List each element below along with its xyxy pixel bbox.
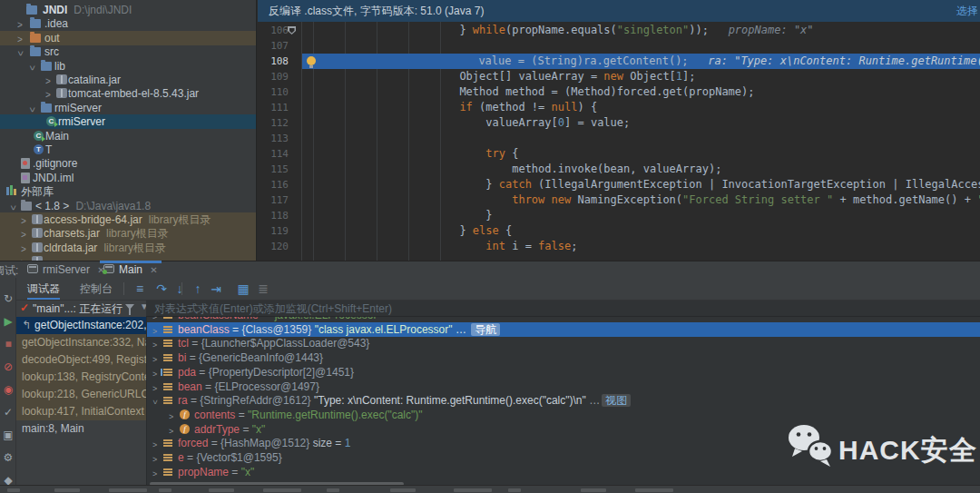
code-line[interactable]: 117 throw new NamingException("Forced St… [258,192,980,208]
settings-check-icon[interactable]: ✓ [0,404,16,420]
chevron-right-icon[interactable]: > [19,228,28,241]
tree-item[interactable]: JNDI.iml [0,171,257,185]
variable-row[interactable]: >bean = {ELProcessor@1497} [147,380,980,394]
tree-item[interactable]: >catalina.jar [0,73,257,87]
code-line[interactable]: 110 Method method = (Method)forced.get(p… [258,84,980,100]
chevron-right-icon[interactable]: > [19,214,28,227]
filter-funnel-icon[interactable] [125,304,134,310]
line-number[interactable]: 115 [258,162,289,177]
variable-row[interactable]: >bi = {GenericBeanInfo@1443} [147,350,980,365]
code-line[interactable]: 111 if (method != null) { [258,100,980,115]
evaluate-expression-input[interactable]: 对表达式求值(Enter)或添加监视(Ctrl+Shift+Enter) [146,301,980,317]
line-number[interactable]: 112 [258,115,289,131]
step-out-icon[interactable]: ↑ [189,280,207,298]
line-number[interactable]: 110 [258,84,289,100]
chevron-right-icon[interactable]: > [152,324,157,337]
chevron-down-icon[interactable]: > [24,64,39,73]
tree-item[interactable]: JNDID:\jndi\JNDI [0,3,257,17]
chevron-right-icon[interactable]: > [152,338,157,350]
chevron-down-icon[interactable]: > [13,49,27,58]
code-line[interactable]: 120 int i = false; [258,239,980,254]
variable-action-link[interactable]: 导航 [471,323,500,336]
chevron-down-icon[interactable]: > [148,400,162,405]
variable-row[interactable]: >ra = {StringRefAddr@1612} "Type: x\nCon… [147,393,980,408]
line-number[interactable]: 116 [258,177,289,192]
rerun-icon[interactable]: ↻ [0,291,16,307]
variable-row[interactable]: >beanClass = {Class@1359} "class javax.e… [147,322,980,337]
stack-frame-row[interactable]: lookup:138, RegistryContex [16,369,146,386]
tree-item[interactable]: CrmiServer [0,114,257,129]
chevron-down-icon[interactable]: > [24,105,39,114]
step-into-icon[interactable]: ↓ [171,280,189,298]
chevron-right-icon[interactable]: > [152,467,157,479]
chevron-right-icon[interactable]: > [169,424,173,437]
variable-action-link[interactable]: 视图 [602,394,631,407]
intention-bulb-icon[interactable] [307,56,316,65]
code-line[interactable]: 114 try { [258,146,980,162]
restore-layout-icon[interactable]: ≣ [254,280,272,298]
stop-icon[interactable]: ■ [0,336,16,352]
tree-item[interactable]: >lib [0,59,257,74]
layout-icon[interactable]: ≡ [131,280,149,298]
tree-item[interactable]: .gitignore [0,156,257,171]
tree-item[interactable]: >rmiServer [0,101,257,115]
line-number[interactable]: 119 [258,223,289,239]
mute-breakpoints-icon[interactable]: ⊘ [0,359,16,375]
chevron-right-icon[interactable]: > [19,242,28,255]
session-tab-main[interactable]: Main ✕ [103,261,158,278]
session-tab-rmiserver[interactable]: rmiServer ✕ [27,261,105,278]
variable-row[interactable]: >fcontents = "Runtime.getRuntime().exec(… [147,408,980,422]
chevron-right-icon[interactable]: > [152,367,157,380]
threads-dropdown[interactable]: ✓ "main"...: 正在运行 ▼ [16,301,146,317]
tab-console[interactable]: 控制台 [80,278,113,300]
code-line[interactable]: 109 Object[] valueArray = new Object[1]; [258,69,980,84]
tree-item[interactable]: >access-bridge-64.jarlibrary根目录 [0,212,257,227]
code-line[interactable]: 113 [258,131,980,146]
line-number[interactable]: 107 [258,38,289,54]
step-over-icon[interactable]: ↷ [152,280,171,298]
chevron-right-icon[interactable]: > [15,18,24,31]
tree-item[interactable]: > [0,254,257,261]
code-line[interactable]: 116 } catch (IllegalArgumentException | … [258,177,980,192]
code-line[interactable]: 119 } else { [258,223,980,239]
variable-row[interactable]: >tcl = {Launcher$AppClassLoader@543} [147,336,980,350]
tree-item[interactable]: >out [0,31,257,45]
chevron-right-icon[interactable]: > [169,409,173,422]
tree-item[interactable]: >.idea [0,16,257,31]
line-number[interactable]: 114 [258,146,289,162]
tab-debugger[interactable]: 调试器 [27,278,60,300]
evaluate-expression-icon[interactable]: ▦ [234,280,252,298]
code-line[interactable]: 107 [258,38,980,54]
line-number[interactable]: 109 [258,69,289,84]
chevron-down-icon[interactable]: > [5,203,20,212]
tree-item[interactable]: >tomcat-embed-el-8.5.43.jar [0,86,257,101]
view-breakpoints-icon[interactable]: ◉ [0,381,16,398]
stack-frame-row[interactable]: decodeObject:499, Registry [16,351,146,369]
snapshot-icon[interactable]: ▣ [0,427,16,443]
close-icon[interactable]: ✕ [150,265,157,275]
chevron-right-icon[interactable]: > [44,88,53,101]
code-editor[interactable]: 106 } while(propName.equals("singleton")… [258,0,980,261]
tree-item[interactable]: >src [0,44,257,59]
chevron-right-icon[interactable]: > [152,352,157,365]
line-number[interactable]: 120 [258,239,289,254]
code-line[interactable]: 115 method.invoke(bean, valueArray); [258,162,980,177]
gear-icon[interactable]: ⚙ [0,449,16,466]
tree-item[interactable]: 外部库 [0,184,257,199]
variable-row[interactable]: >pda = {PropertyDescriptor[2]@1451} [147,365,980,380]
tree-item[interactable]: >< 1.8 >D:\Java\java1.8 [0,199,257,213]
code-line[interactable]: 106 } while(propName.equals("singleton")… [258,23,980,38]
stack-frame-row[interactable]: getObjectInstance:332, Nan [16,334,146,351]
stack-frame-row[interactable]: main:8, Main [16,420,146,438]
tree-item[interactable]: >cldrdata.jarlibrary根目录 [0,241,257,255]
stack-frame-row[interactable]: ↰getObjectInstance:202, Bea [16,317,146,334]
line-number[interactable]: 117 [258,192,289,208]
code-line[interactable]: 112 valueArray[0] = value; [258,115,980,131]
tree-item[interactable]: >charsets.jarlibrary根目录 [0,226,257,241]
chevron-right-icon[interactable]: > [15,33,24,45]
line-number[interactable]: 106 [258,23,289,38]
stack-frame-row[interactable]: lookup:218, GenericURLCon [16,386,146,403]
tree-item[interactable]: TT [0,143,257,157]
code-line[interactable]: 108 value = (String)ra.getContent(); ra:… [258,54,980,69]
line-number[interactable]: 111 [258,100,289,115]
